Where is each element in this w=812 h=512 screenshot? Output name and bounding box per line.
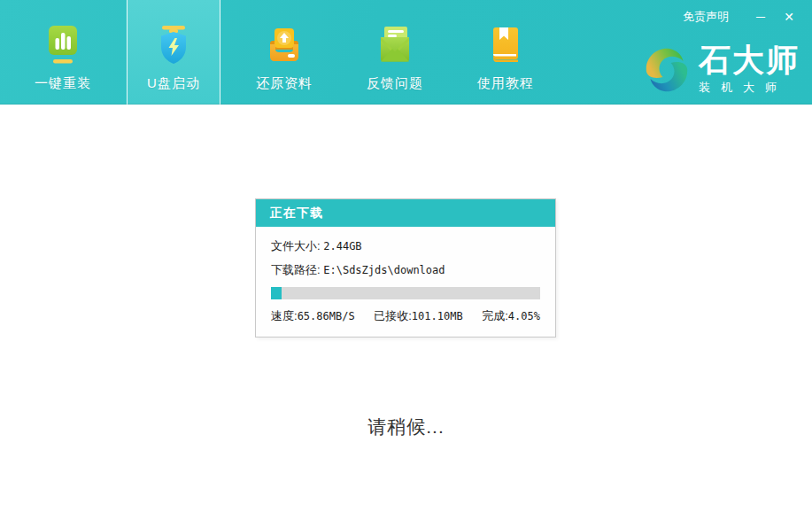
feedback-mail-icon (375, 25, 414, 66)
tab-label: 一键重装 (35, 75, 91, 92)
usb-shield-icon (154, 25, 193, 66)
tutorial-book-icon (486, 25, 525, 66)
dialog-body: 文件大小: 2.44GB 下载路径: E:\SdsZjds\download 速… (256, 227, 555, 337)
tab-feedback[interactable]: 反馈问题 (348, 0, 442, 105)
dialog-title: 正在下载 (256, 199, 555, 227)
chart-bars-icon (43, 25, 82, 66)
disclaimer-link[interactable]: 免责声明 (683, 9, 729, 25)
app-header: 一键重装 U盘启动 (0, 0, 812, 105)
close-button[interactable]: ✕ (780, 9, 798, 25)
tab-usb-boot[interactable]: U盘启动 (127, 0, 220, 105)
tab-restore-data[interactable]: 还原资料 (237, 0, 331, 105)
download-progress-fill (271, 287, 282, 299)
main-nav-tabs: 一键重装 U盘启动 (16, 0, 569, 105)
logo-text: 石大师 装机大师 (699, 44, 800, 96)
download-stats-row: 速度:65.86MB/S 已接收:101.10MB 完成:4.05% (271, 308, 540, 324)
download-progress-bar (271, 287, 540, 299)
tab-label: 使用教程 (477, 75, 534, 92)
received-value: 101.10MB (412, 310, 463, 322)
file-size-value: 2.44GB (323, 240, 361, 252)
restore-tray-icon (265, 25, 304, 66)
done-value: 4.05% (508, 310, 540, 322)
done-label: 完成: (482, 309, 508, 322)
speed-label: 速度: (271, 309, 298, 322)
logo-swirl-icon (642, 44, 692, 96)
window-controls: 免责声明 ─ ✕ (683, 9, 798, 25)
tab-tutorial[interactable]: 使用教程 (459, 0, 553, 105)
file-size-row: 文件大小: 2.44GB (271, 238, 540, 254)
download-path-row: 下载路径: E:\SdsZjds\download (271, 262, 540, 278)
received-label: 已接收: (374, 309, 412, 322)
logo-subtitle: 装机大师 (699, 80, 800, 96)
download-path-value: E:\SdsZjds\download (323, 264, 445, 276)
tab-label: 反馈问题 (367, 75, 423, 92)
tab-one-key-reinstall[interactable]: 一键重装 (16, 0, 110, 105)
speed-value: 65.86MB/S (298, 310, 355, 322)
tab-label: U盘启动 (147, 75, 200, 92)
tab-label: 还原资料 (256, 75, 313, 92)
done-stat: 完成:4.05% (482, 308, 540, 324)
minimize-button[interactable]: ─ (752, 9, 769, 25)
brand-logo: 石大师 装机大师 (642, 44, 800, 96)
speed-stat: 速度:65.86MB/S (271, 308, 355, 324)
file-size-label: 文件大小: (271, 239, 321, 252)
logo-title: 石大师 (699, 44, 800, 76)
please-wait-text: 请稍候... (0, 415, 812, 439)
download-dialog: 正在下载 文件大小: 2.44GB 下载路径: E:\SdsZjds\downl… (255, 198, 556, 337)
download-path-label: 下载路径: (271, 263, 321, 276)
received-stat: 已接收:101.10MB (374, 308, 462, 324)
